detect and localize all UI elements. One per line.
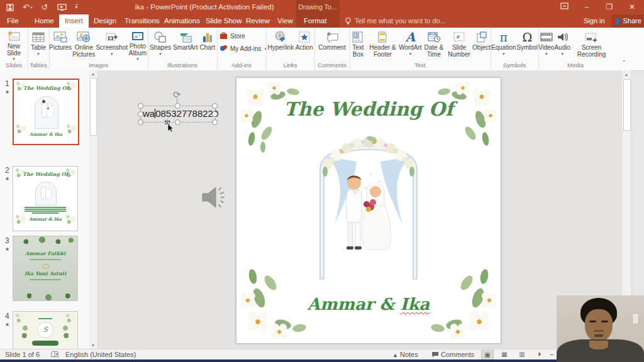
video-icon: [540, 30, 553, 45]
close-button[interactable]: ✕: [621, 0, 643, 14]
table-button[interactable]: Table▼: [31, 28, 46, 61]
wall-switch: [632, 313, 639, 324]
ribbon-group-links: Hyperlink Action Links: [266, 28, 315, 70]
ribbon-group-media: Video▼ Audio▼ Screen Recording Media: [538, 28, 613, 70]
restore-button[interactable]: ❐: [599, 0, 620, 14]
slide-sorter-view-button[interactable]: ▦: [499, 350, 510, 359]
chart-button[interactable]: Chart: [199, 28, 214, 61]
customize-qat-icon[interactable]: ▾: [75, 4, 78, 10]
share-button[interactable]: 👤 Share: [611, 14, 644, 28]
scrollbar-thumb[interactable]: [623, 79, 631, 131]
slide-thumbnail-1[interactable]: The Wedding Of Ammar & Ika: [13, 79, 79, 145]
undo-icon[interactable]: ↶ ▾: [23, 3, 33, 12]
header-footer-button[interactable]: Header & Footer: [367, 28, 399, 61]
minimize-button[interactable]: –: [576, 0, 597, 14]
screenshot-button[interactable]: Screenshot▼: [96, 28, 128, 61]
ribbon-group-illustrations: Shapes▼ SmartArt Chart Illustrations: [148, 28, 218, 70]
slide-editing-area: The Wedding Of: [98, 70, 632, 349]
screen-recording-button[interactable]: Screen Recording: [570, 28, 613, 61]
selection-handle[interactable]: [212, 119, 218, 125]
wordart-button[interactable]: A WordArt▼: [399, 28, 422, 61]
video-button[interactable]: Video▼: [538, 28, 554, 61]
tab-home[interactable]: Home: [29, 14, 60, 28]
shapes-button[interactable]: Shapes▼: [150, 28, 171, 61]
slide-number-label: 3: [5, 236, 9, 245]
textbox-text[interactable]: wa085327788220: [143, 108, 218, 119]
audio-object-speaker-icon[interactable]: [199, 184, 228, 211]
slide-thumbnail-4[interactable]: S: [13, 311, 78, 349]
slide-names-text[interactable]: Ammar & Ika: [236, 295, 501, 314]
slide-thumbnail-panel: 1 ★ The Wedding Of Ammar & Ika 2 ★ The W…: [0, 70, 98, 349]
wordart-icon: A: [406, 30, 416, 45]
ribbon-group-images: Pictures Online Pictures Screenshot▼ Pho…: [49, 28, 148, 70]
slide-thumbnail-3[interactable]: Ammar Fatkhi Ika Yuni Astuti: [13, 236, 78, 301]
slide-number-label: 4: [5, 312, 9, 321]
sign-in-link[interactable]: Sign in: [584, 14, 605, 28]
thumbnail-scrollbar[interactable]: ▲ ▼: [89, 70, 97, 349]
tab-insert[interactable]: Insert: [59, 14, 89, 28]
text-box-button[interactable]: A Text Box: [350, 28, 367, 61]
selection-handle[interactable]: [138, 111, 143, 117]
tab-design[interactable]: Design: [88, 14, 122, 28]
tab-format[interactable]: Format: [298, 14, 332, 28]
store-button[interactable]: Store: [219, 31, 245, 41]
tell-me-box[interactable]: Tell me what you want to do...: [345, 14, 446, 28]
selection-handle[interactable]: [175, 103, 180, 109]
selection-handle[interactable]: [175, 119, 180, 125]
scrollbar-thumb[interactable]: [90, 78, 97, 136]
action-button[interactable]: Action: [296, 28, 313, 61]
symbol-button[interactable]: Ω Symbol: [517, 28, 538, 61]
slide-thumbnail-2[interactable]: The Wedding Of Ammar & Ika: [13, 166, 78, 231]
person-neck: [589, 341, 608, 349]
selection-handle[interactable]: [138, 103, 143, 109]
comments-button[interactable]: Comments: [431, 349, 474, 359]
hyperlink-button[interactable]: Hyperlink: [268, 28, 294, 61]
wedding-couple-illustration[interactable]: [296, 131, 441, 295]
monogram-circle: S: [37, 322, 53, 338]
pictures-button[interactable]: Pictures: [49, 28, 72, 61]
language-label[interactable]: English (United States): [65, 349, 136, 359]
zoom-out-button[interactable]: −: [550, 349, 553, 359]
ribbon-group-slides: New Slide▼ Slides: [0, 28, 28, 70]
normal-view-button[interactable]: ▣: [481, 350, 494, 360]
tab-file[interactable]: File: [1, 14, 25, 28]
date-time-button[interactable]: Date & Time: [422, 28, 446, 61]
selection-handle[interactable]: [138, 119, 143, 125]
selection-handle[interactable]: [212, 103, 218, 109]
quick-access-toolbar: ↶ ▾ ↺ ▾: [6, 0, 78, 14]
slide-title-text[interactable]: The Wedding Of: [236, 98, 501, 120]
scroll-up-icon[interactable]: ▲: [89, 72, 97, 76]
equation-button[interactable]: π Equation▼: [491, 28, 516, 61]
tab-view[interactable]: View: [272, 14, 299, 28]
chart-icon: [201, 30, 214, 45]
online-pictures-button[interactable]: Online Pictures: [72, 28, 96, 61]
collapse-ribbon-icon[interactable]: ⌃: [621, 59, 626, 66]
save-icon[interactable]: [6, 4, 14, 11]
tab-animations[interactable]: Animations: [158, 14, 206, 28]
svg-text:#: #: [457, 34, 460, 40]
smartart-button[interactable]: SmartArt: [173, 28, 197, 61]
ribbon-tab-row: File Home Insert Design Transitions Anim…: [0, 14, 644, 28]
ribbon-display-options-icon[interactable]: [553, 0, 575, 14]
photo-album-button[interactable]: Photo Album▼: [128, 28, 148, 61]
start-slideshow-icon[interactable]: [57, 4, 67, 11]
comment-button[interactable]: Comment: [318, 28, 345, 61]
my-addins-button[interactable]: My Add-ins ▼: [219, 44, 267, 53]
ribbon-group-tables: Table▼ Tables: [28, 28, 50, 70]
redo-icon[interactable]: ↺: [42, 3, 48, 12]
selection-handle[interactable]: [212, 111, 218, 117]
slide-number-button[interactable]: # Slide Number: [446, 28, 472, 61]
tab-review[interactable]: Review: [240, 14, 275, 28]
notes-button[interactable]: ▲ Notes: [392, 349, 418, 359]
reading-view-button[interactable]: ▥: [516, 350, 528, 359]
scroll-down-icon[interactable]: ▼: [89, 343, 97, 348]
slide-canvas[interactable]: The Wedding Of: [236, 77, 501, 344]
text-box-icon: A: [352, 30, 364, 45]
drawing-tools-contextual-header: Drawing To...: [296, 0, 340, 14]
new-slide-button[interactable]: New Slide▼: [0, 28, 28, 61]
audio-button[interactable]: Audio▼: [554, 28, 570, 61]
scroll-up-icon[interactable]: ▲: [622, 72, 631, 77]
action-icon: [298, 30, 311, 45]
slideshow-view-button[interactable]: ⏵: [534, 350, 545, 359]
object-button[interactable]: Object: [472, 28, 491, 61]
